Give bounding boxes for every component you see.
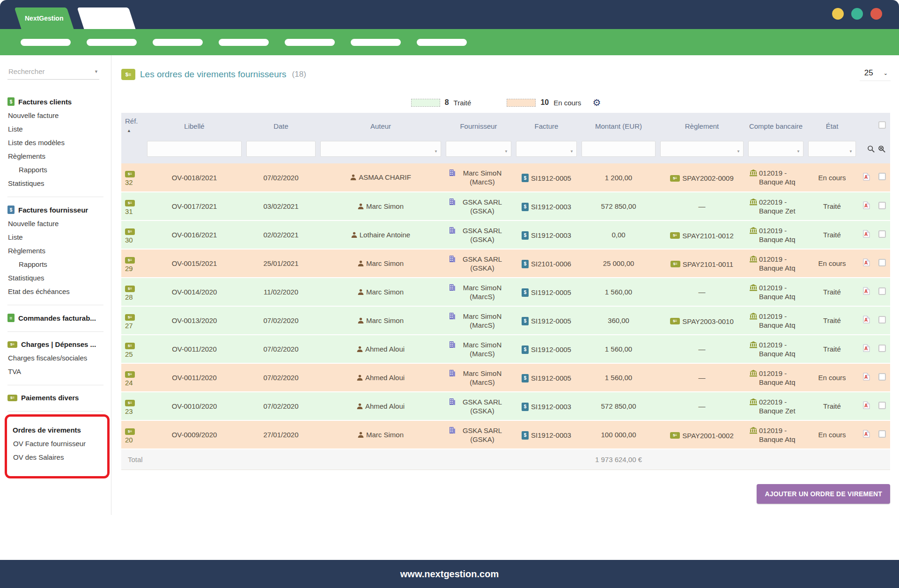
teal-dot-icon[interactable] xyxy=(851,8,863,20)
cell-fournisseur[interactable]: Marc SimoN (MarcS) xyxy=(443,163,514,192)
cell-facture[interactable]: $SI1912-0005 xyxy=(514,335,579,363)
pdf-export-button[interactable]: A xyxy=(863,173,870,183)
sidebar-item[interactable]: OV Facture fournisseur xyxy=(13,437,104,450)
filter-reglement-select[interactable]: ▼ xyxy=(660,141,744,157)
sidebar-item[interactable]: Statistiques xyxy=(7,271,106,285)
sidebar-item[interactable]: Charges fiscales/sociales xyxy=(7,351,106,365)
cell-facture[interactable]: $SI1912-0005 xyxy=(514,278,579,306)
pdf-export-button[interactable]: A xyxy=(863,401,870,411)
yellow-dot-icon[interactable] xyxy=(832,8,844,20)
row-checkbox[interactable] xyxy=(878,402,886,409)
filter-fournisseur-select[interactable]: ▼ xyxy=(446,141,511,157)
filter-date-input[interactable] xyxy=(246,141,316,157)
cell-ref[interactable]: $≡30 xyxy=(121,220,145,249)
column-header-compte[interactable]: Compte bancaire xyxy=(746,113,806,139)
cell-facture[interactable]: $SI2101-0006 xyxy=(514,249,579,278)
nav-item-placeholder[interactable] xyxy=(153,39,203,46)
cell-facture[interactable]: $SI1912-0005 xyxy=(514,306,579,335)
cell-reglement[interactable]: $≡SPAY2003-0010 xyxy=(658,306,746,335)
column-header-facture[interactable]: Facture xyxy=(514,113,579,139)
nav-item-placeholder[interactable] xyxy=(417,39,467,46)
add-transfer-order-button[interactable]: AJOUTER UN ORDRE DE VIREMENT xyxy=(757,484,890,504)
cell-fournisseur[interactable]: Marc SimoN (MarcS) xyxy=(443,335,514,363)
pdf-export-button[interactable]: A xyxy=(863,287,870,297)
column-header-date[interactable]: Date xyxy=(244,113,318,139)
column-header-montant[interactable]: Montant (EUR) xyxy=(579,113,658,139)
redacted-tab[interactable] xyxy=(77,7,136,29)
search-input[interactable] xyxy=(7,65,99,80)
cell-reglement[interactable]: — xyxy=(658,335,746,363)
sidebar-group-title[interactable]: ≡Commandes facturab... xyxy=(7,311,106,325)
nav-item-placeholder[interactable] xyxy=(219,39,269,46)
nav-item-placeholder[interactable] xyxy=(87,39,137,46)
cell-ref[interactable]: $≡27 xyxy=(121,306,145,335)
cell-facture[interactable]: $SI1912-0003 xyxy=(514,420,579,449)
filter-auteur-select[interactable]: ▼ xyxy=(320,141,441,157)
sidebar-item[interactable]: Nouvelle facture xyxy=(7,217,106,230)
column-header-fournisseur[interactable]: Fournisseur xyxy=(443,113,514,139)
column-header-etat[interactable]: État xyxy=(806,113,858,139)
cell-ref[interactable]: $≡29 xyxy=(121,249,145,278)
sidebar-item[interactable]: Statistiques xyxy=(7,176,106,190)
sidebar-item[interactable]: TVA xyxy=(7,365,106,378)
nav-item-placeholder[interactable] xyxy=(351,39,401,46)
filter-compte-select[interactable]: ▼ xyxy=(748,141,803,157)
sidebar-group-title[interactable]: $≡Charges | Dépenses ... xyxy=(7,338,106,351)
cell-fournisseur[interactable]: Marc SimoN (MarcS) xyxy=(443,306,514,335)
cell-reglement[interactable]: — xyxy=(658,192,746,220)
sidebar-item[interactable]: Règlements xyxy=(7,149,106,163)
pdf-export-button[interactable]: A xyxy=(863,344,870,354)
row-checkbox[interactable] xyxy=(878,173,886,180)
cell-reglement[interactable]: — xyxy=(658,278,746,306)
cell-facture[interactable]: $SI1912-0003 xyxy=(514,220,579,249)
cell-fournisseur[interactable]: GSKA SARL (GSKA) xyxy=(443,420,514,449)
cell-ref[interactable]: $≡23 xyxy=(121,392,145,420)
brand-tab[interactable]: NextGestion xyxy=(15,7,74,29)
cell-facture[interactable]: $SI1912-0003 xyxy=(514,392,579,420)
filter-etat-select[interactable]: ▼ xyxy=(808,141,856,157)
pdf-export-button[interactable]: A xyxy=(863,201,870,211)
sidebar-group-title[interactable]: $Factures fournisseur xyxy=(7,203,106,217)
cell-fournisseur[interactable]: GSKA SARL (GSKA) xyxy=(443,220,514,249)
page-size-select[interactable]: 25 ⌄ xyxy=(860,67,891,81)
row-checkbox[interactable] xyxy=(878,230,886,238)
sidebar-item[interactable]: Liste xyxy=(7,122,106,136)
row-checkbox[interactable] xyxy=(878,287,886,295)
filter-libelle-input[interactable] xyxy=(147,141,242,157)
cell-fournisseur[interactable]: GSKA SARL (GSKA) xyxy=(443,249,514,278)
pdf-export-button[interactable]: A xyxy=(863,373,870,382)
search-icon[interactable] xyxy=(867,145,875,153)
sidebar-item[interactable]: OV des Salaires xyxy=(13,450,104,464)
gear-icon[interactable]: ⚙ xyxy=(592,98,601,107)
sidebar-item[interactable]: Nouvelle facture xyxy=(7,109,106,122)
red-dot-icon[interactable] xyxy=(870,8,882,20)
select-all-checkbox[interactable] xyxy=(878,121,886,129)
cell-ref[interactable]: $≡20 xyxy=(121,420,145,449)
sidebar-group-title[interactable]: Ordres de virements xyxy=(13,426,104,437)
cell-facture[interactable]: $SI1912-0005 xyxy=(514,163,579,192)
cell-fournisseur[interactable]: Marc SimoN (MarcS) xyxy=(443,363,514,392)
cell-reglement[interactable]: — xyxy=(658,392,746,420)
row-checkbox[interactable] xyxy=(878,373,886,381)
clear-search-icon[interactable] xyxy=(878,145,886,153)
sidebar-item[interactable]: Liste des modèles xyxy=(7,136,106,149)
row-checkbox[interactable] xyxy=(878,259,886,266)
row-checkbox[interactable] xyxy=(878,202,886,209)
chevron-down-icon[interactable]: ▼ xyxy=(94,69,98,74)
row-checkbox[interactable] xyxy=(878,345,886,352)
sidebar-item[interactable]: Rapports xyxy=(7,163,106,176)
cell-reglement[interactable]: $≡SPAY2001-0002 xyxy=(658,420,746,449)
column-header-ref[interactable]: Réf.▲ xyxy=(121,113,145,139)
sort-asc-icon[interactable]: ▲ xyxy=(125,126,145,135)
sidebar-group-title[interactable]: $≡Paiements divers xyxy=(7,391,106,404)
pdf-export-button[interactable]: A xyxy=(863,258,870,268)
row-checkbox[interactable] xyxy=(878,430,886,438)
column-header-reglement[interactable]: Règlement xyxy=(658,113,746,139)
row-checkbox[interactable] xyxy=(878,316,886,323)
nav-item-placeholder[interactable] xyxy=(285,39,335,46)
cell-ref[interactable]: $≡31 xyxy=(121,192,145,220)
cell-reglement[interactable]: $≡SPAY2101-0011 xyxy=(658,249,746,278)
filter-montant-input[interactable] xyxy=(582,141,656,157)
cell-facture[interactable]: $SI1912-0005 xyxy=(514,363,579,392)
cell-reglement[interactable]: $≡SPAY2002-0009 xyxy=(658,163,746,192)
